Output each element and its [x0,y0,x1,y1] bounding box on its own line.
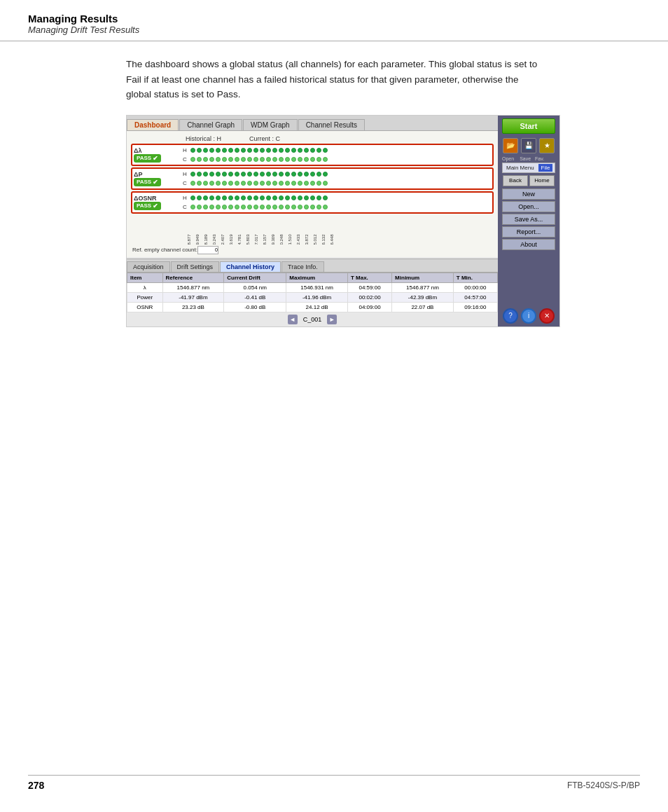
btab-acquisition[interactable]: Acquisition [127,261,170,272]
dot [197,157,202,162]
help-button[interactable]: ? [503,308,518,324]
next-button[interactable]: ► [327,315,337,324]
open-button[interactable]: Open... [502,201,555,212]
sidebar-nav-row: Back Home [503,175,555,186]
delta-osnr-pass-label: PASS [137,202,151,209]
hc-labels: Historical : H Current : C [130,134,495,144]
tab-wdm-graph[interactable]: WDM Graph [243,119,298,130]
delta-osnr-h-row: H [183,193,491,202]
cell-max: 24.12 dB [286,302,348,312]
new-button[interactable]: New [502,188,555,200]
tab-dashboard[interactable]: Dashboard [127,119,179,130]
dot [203,205,208,209]
dot [272,205,277,209]
page-title: Managing Results [28,13,640,25]
col-maximum: Maximum [286,273,348,282]
dot [216,195,221,200]
dot [298,148,302,153]
save-icon[interactable]: 💾 [521,138,536,153]
col-reference: Reference [162,273,224,282]
col-tmax: T Max. [347,273,391,282]
dot [222,148,227,153]
back-button[interactable]: Back [503,175,528,186]
dot [291,195,296,200]
close-button[interactable]: ✕ [539,308,555,324]
dot [323,195,328,200]
btab-drift-settings[interactable]: Drift Settings [171,261,220,272]
dot [253,157,258,162]
main-menu-item[interactable]: Main Menu [503,164,537,172]
delta-p-check-icon: ✔ [153,179,158,186]
tab-channel-results[interactable]: Channel Results [298,119,365,130]
model-number: FTB-5240S/S-P/BP [567,780,640,790]
dot [216,148,221,153]
cell-drift: 0.054 nm [224,282,286,292]
delta-osnr-hc-rows: H C [183,193,491,212]
btab-trace-info[interactable]: Trace Info. [281,261,324,272]
dot [228,181,233,186]
cell-tmax: 00:02:00 [347,292,391,302]
dot [323,157,328,162]
dot [247,181,252,186]
btab-channel-history[interactable]: Channel History [220,261,281,272]
dot [222,181,227,186]
file-menu-item[interactable]: File [538,164,553,172]
cell-reference: -41.97 dBm [162,292,224,302]
open-icon[interactable]: 📂 [503,138,518,153]
dot [247,148,252,153]
dot [203,181,208,186]
info-button[interactable]: i [521,308,536,324]
dot [316,157,321,162]
dot [235,205,239,209]
home-button[interactable]: Home [529,175,555,186]
tab-channel-graph[interactable]: Channel Graph [179,119,242,130]
dot [316,205,321,209]
delta-lambda-label-col: Δλ PASS ✔ [134,147,183,163]
dot [222,157,227,162]
page-subtitle: Managing Drift Test Results [28,25,640,35]
dot [285,172,290,177]
about-button[interactable]: About [502,239,555,250]
start-button[interactable]: Start [502,118,555,134]
dot [222,195,227,200]
dot [285,195,290,200]
dot [241,195,246,200]
dot [203,195,208,200]
report-button[interactable]: Report... [502,226,555,238]
delta-lambda-pass-badge: PASS ✔ [134,154,161,163]
cell-min: 1546.877 nm [392,282,454,292]
dot [197,205,202,209]
wl-label: 1566.448 [307,240,334,245]
dot [279,148,284,153]
h-label: H [183,147,190,153]
cell-tmin: 00:00:00 [453,282,497,292]
dot [203,172,208,177]
ref-input[interactable]: 0 [197,246,218,254]
menu-bar: Main Menu File [502,163,555,173]
delta-lambda-h-row: H [183,146,491,155]
cell-item: λ [127,282,163,292]
cell-min: 22.07 dB [392,302,454,312]
delta-p-pass-badge: PASS ✔ [134,178,161,186]
dot [291,181,296,186]
save-as-button[interactable]: Save As... [502,214,555,225]
page-number: 278 [28,780,44,791]
dot [247,205,252,209]
fav-icon[interactable]: ★ [539,138,555,153]
delta-osnr-check-icon: ✔ [153,202,158,209]
dot [228,195,233,200]
delta-lambda-name: Δλ [134,147,141,154]
ref-label: Ref. empty channel count: [132,247,197,253]
dot [291,157,296,162]
delta-osnr-h-dots [190,195,328,200]
dot [266,181,271,186]
prev-button[interactable]: ◄ [288,315,298,324]
dot [241,157,246,162]
dot [304,181,309,186]
col-tmin: T Min. [453,273,497,282]
cell-reference: 1546.877 nm [162,282,224,292]
table-row: λ 1546.877 nm 0.054 nm 1546.931 nm 04:59… [127,282,498,292]
dot [247,172,252,177]
dot [291,205,296,209]
dot [304,172,309,177]
